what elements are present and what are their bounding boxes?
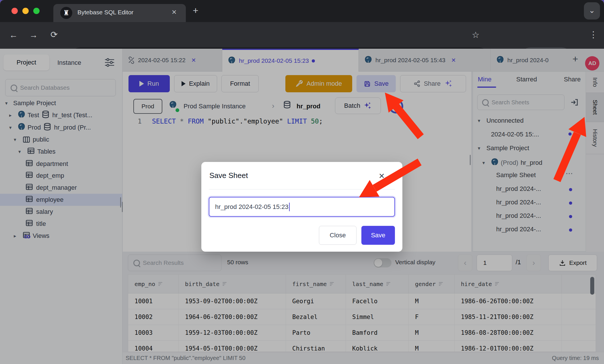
dialog-save-button[interactable]: Save: [361, 226, 395, 245]
traffic-close-button[interactable]: [11, 8, 18, 14]
bookmark-star-icon[interactable]: ☆: [472, 30, 480, 40]
save-sheet-dialog: Save Sheet ✕ hr_prod 2024-02-05 15:23 Cl…: [201, 162, 402, 252]
dialog-close-button[interactable]: Close: [319, 226, 356, 245]
bytebase-favicon-icon: ♜: [60, 7, 72, 19]
forward-icon[interactable]: →: [29, 30, 38, 40]
traffic-minimize-button[interactable]: [22, 8, 29, 14]
browser-tab-title: Bytebase SQL Editor: [77, 9, 133, 16]
dialog-close-icon[interactable]: ✕: [379, 172, 385, 181]
browser-tab-strip: ♜ Bytebase SQL Editor ✕ + ⌄: [0, 0, 604, 22]
tab-search-chevron-icon[interactable]: ⌄: [584, 2, 600, 19]
browser-tab-close-icon[interactable]: ✕: [172, 9, 177, 16]
sheet-name-input[interactable]: hr_prod 2024-02-05 15:23: [209, 197, 395, 217]
new-tab-icon[interactable]: +: [193, 5, 198, 16]
save-button-label: Save: [371, 232, 385, 239]
dialog-title: Save Sheet: [209, 171, 248, 180]
browser-tab[interactable]: ♜ Bytebase SQL Editor ✕: [53, 4, 186, 22]
browser-toolbar: ← → ⟳ ⓘ localhost:8080/sql-editor/prod-s…: [0, 22, 604, 49]
dialog-divider: [209, 189, 395, 189]
browser-window: ♜ Bytebase SQL Editor ✕ + ⌄ ← → ⟳ ⓘ loca…: [0, 0, 604, 364]
text-cursor: [289, 203, 290, 211]
traffic-zoom-button[interactable]: [33, 8, 40, 14]
back-icon[interactable]: ←: [9, 30, 18, 40]
sheet-name-value: hr_prod 2024-02-05 15:23: [215, 203, 289, 211]
browser-menu-icon[interactable]: ⋮: [589, 30, 598, 40]
close-button-label: Close: [330, 232, 346, 239]
reload-icon[interactable]: ⟳: [50, 30, 58, 40]
